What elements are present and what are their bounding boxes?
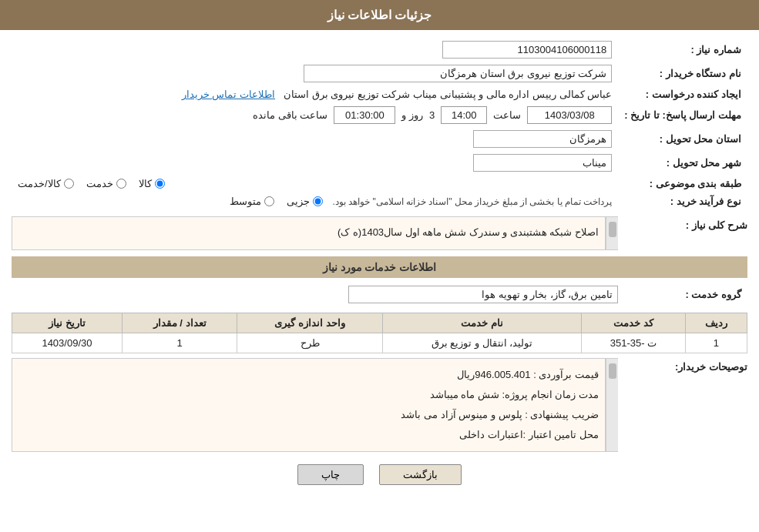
desc-label: توصیحات خریدار: (624, 358, 747, 373)
mohlat-saat-label: ساعت (493, 109, 521, 121)
sharh-scrollbar[interactable] (606, 216, 618, 250)
mohlat-rooz-value: 3 (429, 109, 435, 121)
dastgah-label: نام دستگاه خریدار : (618, 62, 747, 85)
desc-content: قیمت برآوردی : 946.005.401ریال مدت زمان … (12, 358, 606, 452)
desc-line-1: قیمت برآوردی : 946.005.401ریال (18, 365, 599, 385)
col-unit: واحد اندازه گیری (237, 313, 382, 333)
desc-wrapper-outer: قیمت برآوردی : 946.005.401ریال مدت زمان … (12, 358, 618, 452)
info-table: شماره نیاز : 1103004106000118 نام دستگاه… (12, 38, 747, 210)
tabaqe-option-kala[interactable]: کالا (139, 178, 165, 189)
farayand-radio-jozii[interactable] (313, 196, 323, 206)
buttons-row: بازگشت چاپ (12, 464, 747, 485)
service-section-header: اطلاعات خدمات مورد نیاز (12, 256, 747, 278)
shahr-input: میناب (473, 154, 612, 172)
desc-row: توصیحات خریدار: قیمت برآوردی : 946.005.4… (12, 358, 747, 452)
shahr-label: شهر محل تحویل : (618, 151, 747, 175)
col-code: کد خدمت (582, 313, 686, 333)
ijad-link[interactable]: اطلاعات تماس خریدار (182, 89, 275, 100)
col-tedad: تعداد / مقدار (122, 313, 237, 333)
tabaqe-radio-khadamat[interactable] (116, 179, 126, 189)
main-content: شماره نیاز : 1103004106000118 نام دستگاه… (0, 30, 759, 500)
row-ostan: استان محل تحویل : هرمزگان (12, 127, 747, 151)
farayand-desc: پرداخت تمام یا بخشی از مبلغ خریداز محل "… (332, 196, 612, 207)
mohlat-label: مهلت ارسال پاسخ: تا تاریخ : (618, 103, 747, 127)
row-farayand: نوع فرآیند خرید : پرداخت تمام یا بخشی از… (12, 192, 747, 210)
col-name: نام خدمت (382, 313, 581, 333)
ijad-label: ایجاد کننده درخواست : (618, 85, 747, 103)
mohlat-mande: 01:30:00 (334, 106, 395, 124)
row-shahr: شهر محل تحویل : میناب (12, 151, 747, 175)
tabaqe-radio-kala[interactable] (155, 179, 165, 189)
tabaqe-label: طبقه بندی موضوعی : (618, 175, 747, 192)
desc-scrollbar[interactable] (606, 358, 618, 452)
dastgah-value: شرکت توزیع نیروی برق استان هرمزگان (12, 62, 618, 85)
back-button[interactable]: بازگشت (379, 464, 462, 485)
desc-line-3: ضریب پیشنهادی : پلوس و مینوس آزاد می باش… (18, 405, 599, 425)
mohlat-mande-label: ساعت باقی مانده (253, 109, 327, 121)
sharh-label: شرح کلی نیاز : (624, 216, 747, 231)
sharh-row: شرح کلی نیاز : اصلاح شبکه هشتبندی و سندر… (12, 216, 747, 250)
table-body: 1 ت -35-351 تولید، انتقال و توزیع برق طر… (12, 333, 747, 353)
row-tabaqe: طبقه بندی موضوعی : کالا/خدمت خدمت کالا (12, 175, 747, 192)
farayand-option-jozii[interactable]: جزیی (287, 196, 323, 207)
page-wrapper: جزئیات اطلاعات نیاز شماره نیاز : 1103004… (0, 0, 759, 532)
tabaqe-radio-group: کالا/خدمت خدمت کالا (18, 178, 612, 189)
grouh-label: گروه خدمت : (624, 283, 747, 306)
desc-scrollbar-thumb (609, 363, 616, 379)
desc-scroll-wrapper: قیمت برآوردی : 946.005.401ریال مدت زمان … (12, 358, 618, 452)
cell-code: ت -35-351 (582, 333, 686, 353)
shomara-value: 1103004106000118 (12, 38, 618, 62)
desc-line-2: مدت زمان انجام پروژه: شش ماه میباشد (18, 385, 599, 405)
page-title: جزئیات اطلاعات نیاز (327, 8, 432, 22)
col-tarikh: تاریخ نیاز (12, 313, 123, 333)
print-button[interactable]: چاپ (297, 464, 364, 485)
row-grouh: گروه خدمت : تامین برق، گاز، بخار و تهویه… (12, 283, 747, 306)
farayand-option-motavasset[interactable]: متوسط (230, 196, 274, 207)
cell-tarikh: 1403/09/30 (12, 333, 123, 353)
tabaqe-radio-kala-khadamat[interactable] (64, 179, 74, 189)
cell-name: تولید، انتقال و توزیع برق (382, 333, 581, 353)
tabaqe-value: کالا/خدمت خدمت کالا (12, 175, 618, 192)
farayand-value: پرداخت تمام یا بخشی از مبلغ خریداز محل "… (12, 192, 618, 210)
cell-tedad: 1 (122, 333, 237, 353)
mohlat-rooz-label: روز و (401, 109, 423, 121)
table-row: 1 ت -35-351 تولید، انتقال و توزیع برق طر… (12, 333, 747, 353)
col-radif: ردیف (685, 313, 747, 333)
farayand-label: نوع فرآیند خرید : (618, 192, 747, 210)
grouh-value: تامین برق، گاز، بخار و تهویه هوا (12, 283, 624, 306)
grouh-table: گروه خدمت : تامین برق، گاز، بخار و تهویه… (12, 283, 747, 306)
desc-line-4: محل تامین اعتبار :اعتبارات داخلی (18, 425, 599, 445)
ijad-value: عباس کمالی رییس اداره مالی و پشتیبانی می… (12, 85, 618, 103)
farayand-radio-group: متوسط جزیی (230, 196, 323, 207)
sharh-content: اصلاح شبکه هشتبندی و سندرک شش ماهه اول س… (12, 216, 606, 250)
row-shomara: شماره نیاز : 1103004106000118 (12, 38, 747, 62)
cell-unit: طرح (237, 333, 382, 353)
ijad-text: عباس کمالی رییس اداره مالی و پشتیبانی می… (284, 89, 612, 100)
grouh-input: تامین برق، گاز، بخار و تهویه هوا (348, 286, 618, 303)
mohlat-saat: 14:00 (441, 106, 487, 124)
row-dastgah: نام دستگاه خریدار : شرکت توزیع نیروی برق… (12, 62, 747, 85)
shomara-input: 1103004106000118 (442, 41, 612, 59)
table-head: ردیف کد خدمت نام خدمت واحد اندازه گیری ت… (12, 313, 747, 333)
services-table: ردیف کد خدمت نام خدمت واحد اندازه گیری ت… (12, 313, 747, 353)
tabaqe-option-khadamat[interactable]: خدمت (86, 178, 126, 189)
ostan-input: هرمزگان (473, 130, 612, 148)
mohlat-date: 1403/03/08 (527, 106, 612, 124)
mohlat-value: 1403/03/08 ساعت 14:00 3 روز و 01:30:00 س… (12, 103, 618, 127)
dastgah-input: شرکت توزیع نیروی برق استان هرمزگان (304, 65, 612, 82)
table-header-row: ردیف کد خدمت نام خدمت واحد اندازه گیری ت… (12, 313, 747, 333)
shahr-value: میناب (12, 151, 618, 175)
shomara-label: شماره نیاز : (618, 38, 747, 62)
row-mohlat: مهلت ارسال پاسخ: تا تاریخ : 1403/03/08 س… (12, 103, 747, 127)
row-ijad: ایجاد کننده درخواست : عباس کمالی رییس اد… (12, 85, 747, 103)
tabaqe-option-kala-khadamat[interactable]: کالا/خدمت (18, 178, 74, 189)
sharh-wrapper: اصلاح شبکه هشتبندی و سندرک شش ماهه اول س… (12, 216, 618, 250)
ostan-label: استان محل تحویل : (618, 127, 747, 151)
page-header: جزئیات اطلاعات نیاز (0, 0, 759, 30)
farayand-radio-motavasset[interactable] (264, 196, 274, 206)
sharh-textarea-wrapper: اصلاح شبکه هشتبندی و سندرک شش ماهه اول س… (12, 216, 618, 250)
sharh-scrollbar-thumb (609, 222, 616, 237)
ostan-value: هرمزگان (12, 127, 618, 151)
cell-radif: 1 (685, 333, 747, 353)
